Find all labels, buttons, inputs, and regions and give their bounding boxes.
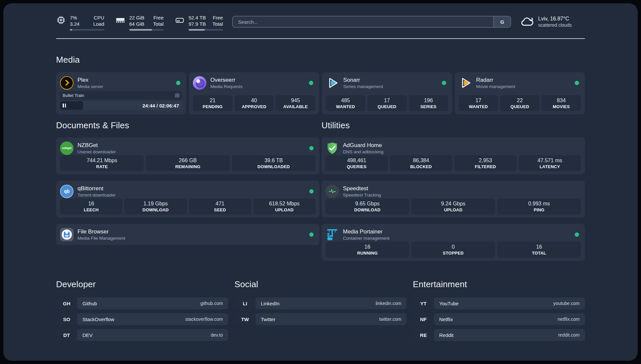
app-card-header: OverseerrMedia Requests (193, 76, 315, 90)
bookmark-abbr: GH (56, 297, 77, 309)
app-card-speedtest[interactable]: SpeedtestSpeedtest Tracking9.65 GbpsDOWN… (321, 181, 585, 218)
stat-download: 9.65 GbpsDOWNLOAD (325, 198, 409, 214)
stat-leech: 16LEECH (60, 198, 122, 214)
bookmark-url: dev.to (211, 332, 223, 338)
bookmark-group-developer: DeveloperGHGithubgithub.comSOStackOverfl… (56, 279, 228, 341)
app-subtitle: Speedtest Tracking (343, 192, 581, 198)
radarr-icon (459, 76, 472, 90)
app-card-header: nzbgetNZBGetUsenet downloader (60, 141, 316, 155)
bookmark-name: Twitter (261, 317, 275, 322)
stat-label: TOTAL (532, 250, 546, 256)
stat-row: 17WANTED22QUEUED834MOVIES (459, 95, 581, 111)
cloud-icon (520, 15, 534, 29)
stat-label: DOWNLOAD (354, 207, 381, 213)
stat-label: DOWNLOADED (258, 164, 290, 169)
bookmark-url: youtube.com (553, 301, 580, 306)
stat-downloaded: 39.6 TBDOWNLOADED (232, 155, 316, 171)
bookmark-name: YouTube (439, 301, 459, 306)
bookmark-reddit[interactable]: RERedditreddit.com (413, 329, 585, 341)
disk-progress-bar (189, 29, 223, 31)
playback-time: 24:44 / 02:06:47 (142, 103, 182, 108)
weather-widget[interactable]: Lviv, 16.87°C scattered clouds (520, 15, 585, 29)
speedtest-icon (325, 185, 339, 198)
bookmark-github[interactable]: GHGithubgithub.com (56, 297, 228, 309)
stat-label: APPROVED (242, 104, 266, 109)
system-stats: 7% 3.24 CPU Load (56, 15, 223, 31)
stat-row: 9.65 GbpsDOWNLOAD9.24 GbpsUPLOAD0.993 ms… (325, 198, 581, 214)
bookmark-name: Reddit (439, 332, 453, 338)
bookmark-name: DEV (82, 332, 93, 338)
status-online-dot (575, 81, 579, 85)
app-card-adguard-home[interactable]: AdGuard HomeDNS and adblocking498,461QUE… (321, 137, 585, 174)
stat-label: REMAINING (175, 164, 200, 169)
search-engine-button[interactable]: G (493, 16, 510, 27)
bookmark-twitter[interactable]: TWTwittertwitter.com (234, 313, 407, 325)
app-name: Overseerr (210, 76, 305, 83)
app-card-nzbget[interactable]: nzbgetNZBGetUsenet downloader744.21 Mbps… (56, 137, 320, 174)
app-subtitle: Movie management (476, 84, 571, 89)
app-name: Plex (77, 76, 172, 83)
stat-wanted: 17WANTED (459, 95, 498, 111)
bookmark-abbr: TW (234, 313, 256, 325)
app-card-overseerr[interactable]: OverseerrMedia Requests21PENDING40APPROV… (189, 72, 319, 114)
playback-progress-bar[interactable]: 24:44 / 02:06:47 (60, 101, 182, 110)
status-online-dot (442, 81, 446, 85)
search-input[interactable] (233, 16, 493, 27)
bookmark-netflix[interactable]: NFNetflixnetflix.com (413, 313, 585, 325)
bookmark-abbr: YT (413, 297, 434, 309)
bookmark-linkedin[interactable]: LILinkedInlinkedin.com (234, 297, 407, 309)
memory-free-value: 22 GiB (129, 15, 144, 20)
app-card-media-portainer[interactable]: Media PortainerContainer management16RUN… (321, 224, 585, 261)
stat-rate: 744.21 MbpsRATE (60, 155, 144, 171)
topbar: 7% 3.24 CPU Load (56, 15, 585, 34)
bookmark-name: LinkedIn (261, 301, 280, 306)
memory-progress-bar (129, 29, 164, 31)
app-card-radarr[interactable]: RadarrMovie management17WANTED22QUEUED83… (455, 72, 585, 114)
now-playing-title: Bullet Train (63, 93, 175, 98)
stat-value: 1.19 Gbps (143, 200, 168, 207)
stat-row: 485WANTED17QUEUED196SERIES (326, 95, 448, 111)
portainer-icon (325, 228, 339, 241)
cpu-label: CPU (94, 15, 104, 20)
bookmark-name: StackOverflow (82, 317, 114, 322)
stat-download: 1.19 GbpsDOWNLOAD (124, 198, 187, 214)
stat-value: 40 (251, 97, 257, 104)
stat-value: 16 (88, 200, 94, 207)
stat-value: 9.65 Gbps (355, 200, 380, 207)
search-box: G (232, 16, 511, 28)
bookmark-name: Netflix (439, 317, 453, 322)
stat-movies: 834MOVIES (541, 95, 581, 111)
app-subtitle: Container management (343, 235, 571, 241)
app-name: Speedtest (343, 185, 581, 192)
app-card-plex[interactable]: PlexMedia serverBullet Train24:44 / 02:0… (56, 72, 186, 114)
stat-value: 39.6 TB (264, 157, 283, 164)
section-media: Media PlexMedia serverBullet Train24:44 … (56, 55, 585, 114)
stat-running: 16RUNNING (325, 242, 409, 258)
section-title-documents: Documents & Files (56, 120, 320, 131)
app-card-header: Media PortainerContainer management (325, 227, 581, 242)
stat-seed: 471SEED (189, 198, 251, 214)
bookmark-abbr: DT (56, 329, 77, 341)
status-online-dot (309, 146, 314, 150)
bookmark-youtube[interactable]: YTYouTubeyoutube.com (413, 297, 585, 309)
cpu-load-value: 3.24 (70, 21, 79, 27)
bookmark-stackoverflow[interactable]: SOStackOverflowstackoverflow.com (56, 313, 228, 325)
stat-label: SERIES (420, 104, 437, 109)
cpu-stat-group: 7% 3.24 CPU Load (56, 15, 104, 31)
filebrowser-icon (60, 228, 74, 241)
app-card-header: File BrowserMedia File Management (60, 227, 316, 242)
app-card-header: SpeedtestSpeedtest Tracking (325, 184, 581, 198)
bookmark-dev[interactable]: DTDEVdev.to (56, 329, 228, 341)
section-title-entertainment: Entertainment (413, 279, 585, 289)
bookmark-url: linkedin.com (376, 301, 401, 306)
app-name: AdGuard Home (343, 142, 581, 149)
app-subtitle: Media server (77, 84, 172, 89)
app-subtitle: Media File Management (77, 235, 305, 241)
disk-free-label: Free (213, 15, 223, 20)
app-card-sonarr[interactable]: SonarrSeries management485WANTED17QUEUED… (322, 72, 452, 114)
memory-total-label: Total (153, 21, 164, 27)
app-card-qbittorrent[interactable]: qbqBittorrentTorrent downloader16LEECH1.… (56, 181, 320, 218)
app-card-file-browser[interactable]: File BrowserMedia File Management (56, 224, 320, 245)
app-subtitle: Torrent downloader (77, 192, 305, 198)
app-card-header: PlexMedia server (60, 76, 182, 90)
